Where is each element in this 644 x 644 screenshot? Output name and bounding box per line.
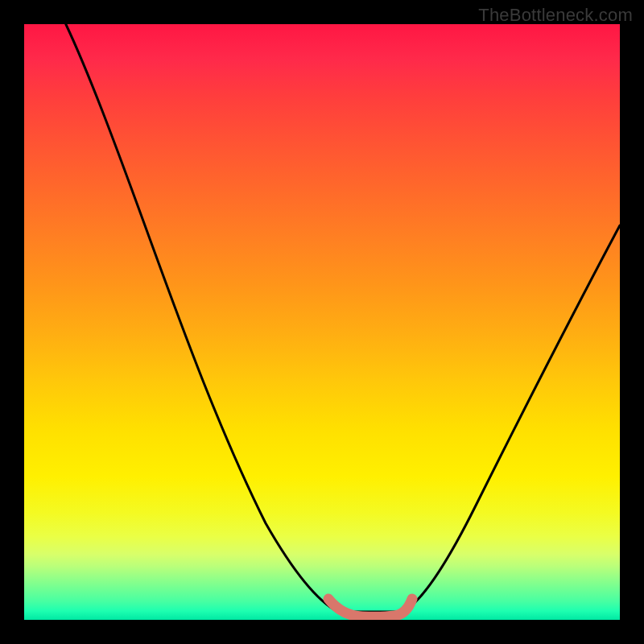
optimal-band	[328, 599, 412, 617]
attribution-label: TheBottleneck.com	[478, 5, 633, 26]
bottleneck-curve	[66, 24, 620, 612]
plot-area	[24, 24, 620, 620]
curve-layer	[24, 24, 620, 620]
chart-stage: TheBottleneck.com	[0, 0, 644, 644]
